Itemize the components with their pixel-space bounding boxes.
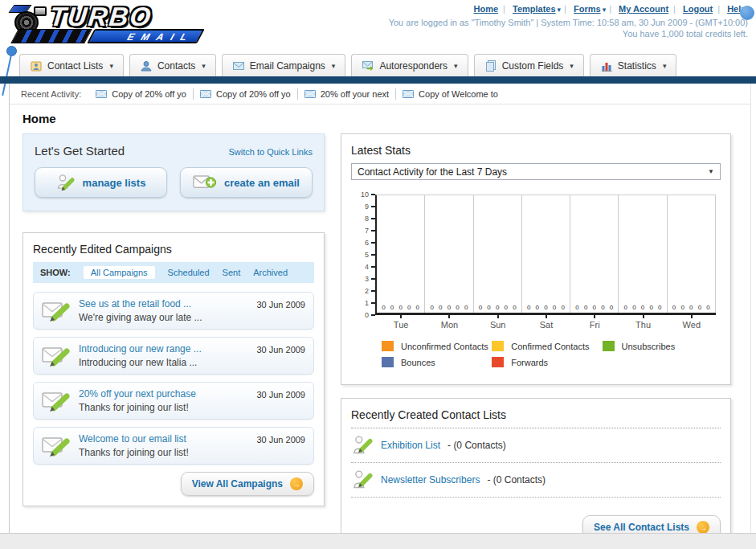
recent-activity-item[interactable]: Copy of Welcome to [403, 89, 498, 99]
campaign-row[interactable]: Welcome to our email list Thanks for joi… [33, 427, 314, 465]
chevron-down-icon: ▾ [570, 62, 574, 70]
filter-all-campaigns[interactable]: All Campaigns [84, 266, 155, 279]
tab-label: Custom Fields [502, 60, 564, 72]
recent-activity-text: Copy of Welcome to [419, 89, 498, 99]
x-tick-mark [448, 315, 450, 318]
chart-value: 0 [641, 304, 644, 311]
x-tick-label: Mon [425, 315, 473, 330]
manage-lists-label: manage lists [83, 177, 146, 189]
campaign-title-link[interactable]: Introducing our new range ... [79, 343, 248, 355]
chart-value: 0 [689, 304, 693, 311]
nav-separator: | [503, 4, 505, 14]
chart-group: 00000 [668, 195, 716, 313]
tab-label: Statistics [618, 60, 656, 72]
x-tick-label: Sat [522, 315, 570, 330]
contact-list-row[interactable]: Newsletter Subscribers - (0 Contacts) [351, 463, 721, 498]
chart-value-labels: 00000 [377, 304, 424, 311]
recent-activity-item[interactable]: 20% off your next [304, 89, 389, 99]
campaign-date: 30 Jun 2009 [256, 343, 305, 354]
chart-value-labels: 00000 [619, 304, 666, 311]
navy-divider-bar [0, 76, 756, 84]
logo-title: TURBO [48, 2, 153, 32]
campaign-row[interactable]: See us at the retail food ... We're givi… [33, 292, 314, 330]
chart-value: 0 [479, 304, 482, 311]
chart-value: 0 [496, 304, 499, 311]
create-email-button[interactable]: create an email [180, 167, 313, 198]
person-pencil-icon [353, 469, 374, 491]
campaign-row[interactable]: 20% off your next purchase Thanks for jo… [33, 382, 314, 420]
nav-home-link[interactable]: Home [474, 4, 499, 14]
recently-edited-campaigns-panel: Recently Edited Campaigns SHOW: All Camp… [22, 232, 325, 506]
campaign-title-link[interactable]: See us at the retail food ... [79, 298, 248, 310]
y-tick-label: 6 [365, 239, 369, 247]
y-tick-label: 3 [365, 275, 369, 283]
chevron-down-icon: ▾ [558, 6, 562, 14]
chart-value: 0 [575, 304, 578, 311]
tab-contacts[interactable]: Contacts▾ [129, 54, 216, 76]
divider [193, 88, 194, 100]
switch-quick-links-link[interactable]: Switch to Quick Links [228, 147, 313, 157]
filter-archived[interactable]: Archived [253, 268, 288, 277]
arrow-right-icon: → [697, 521, 709, 533]
view-all-campaigns-button[interactable]: View All Campaigns → [181, 472, 314, 496]
nav-logout-link[interactable]: Logout [683, 4, 713, 14]
chart-value: 0 [487, 304, 490, 311]
see-all-contact-lists-button[interactable]: See All Contact Lists → [582, 515, 721, 533]
contacts-icon [140, 59, 153, 72]
see-all-contact-lists-label: See All Contact Lists [594, 522, 689, 533]
login-info: You are logged in as "Timothy Smith" | S… [389, 17, 748, 39]
nav-templates-link[interactable]: Templates [513, 4, 556, 14]
campaign-text: 20% off your next purchase Thanks for jo… [79, 388, 248, 414]
nav-forms-link[interactable]: Forms [574, 4, 601, 14]
tab-custom-fields[interactable]: Custom Fields▾ [474, 54, 584, 76]
contact-list-count: - (0 Contacts) [447, 440, 506, 451]
contact-list-link[interactable]: Exhibition List [381, 440, 440, 451]
envelope-pencil-icon [42, 435, 71, 457]
legend-item: Bounces [382, 357, 492, 367]
manage-lists-button[interactable]: manage lists [35, 167, 167, 198]
nav-my-account-link[interactable]: My Account [619, 4, 668, 14]
chart-value: 0 [698, 304, 701, 311]
x-category-label: Sun [490, 320, 506, 330]
x-category-label: Tue [394, 320, 409, 330]
x-tick-label: Fri [570, 315, 619, 330]
chart-legend: Unconfirmed ContactsConfirmed ContactsUn… [382, 341, 716, 373]
campaign-date: 30 Jun 2009 [256, 298, 305, 309]
campaign-row[interactable]: Introducing our new range ... Introducin… [33, 337, 314, 375]
get-started-panel: Let's Get Started Switch to Quick Links … [22, 133, 325, 211]
y-tick-label: 0 [365, 311, 369, 319]
legend-item: Forwards [492, 357, 602, 367]
custom-fields-icon [484, 59, 497, 72]
stats-period-dropdown[interactable]: Contact Activity for the Last 7 Days ▼ [351, 163, 721, 180]
two-column-layout: Let's Get Started Switch to Quick Links … [10, 133, 750, 533]
x-tick-label: Sun [474, 315, 522, 330]
tab-contact-lists[interactable]: Contact Lists▾ [19, 54, 124, 76]
chart-value: 0 [610, 304, 613, 311]
filter-sent[interactable]: Sent [223, 268, 241, 277]
campaign-title-link[interactable]: Welcome to our email list [79, 433, 248, 445]
tab-autoresponders[interactable]: Autoresponders▾ [351, 54, 468, 76]
stats-period-value: Contact Activity for the Last 7 Days [358, 166, 507, 178]
legend-label: Forwards [511, 358, 548, 367]
y-tick-label: 8 [365, 215, 369, 223]
tab-statistics[interactable]: Statistics▾ [590, 54, 677, 76]
tab-email-campaigns[interactable]: Email Campaigns▾ [222, 54, 346, 76]
contact-list-row[interactable]: Exhibition List - (0 Contacts) [351, 428, 721, 463]
campaign-title-link[interactable]: 20% off your next purchase [79, 388, 248, 400]
contact-list-link[interactable]: Newsletter Subscribers [381, 474, 480, 485]
filter-scheduled[interactable]: Scheduled [168, 268, 210, 277]
turbo-pipe-decoration [34, 6, 47, 16]
app-logo[interactable]: TURBO EMAIL [13, 3, 210, 45]
recent-activity-item[interactable]: Copy of 20% off yo [200, 89, 291, 99]
legend-swatch [492, 357, 504, 367]
recent-activity-bar: Recent Activity: Copy of 20% off yo Copy… [10, 84, 750, 104]
logo-subtitle: EMAIL [87, 29, 205, 43]
legend-swatch [382, 341, 394, 351]
chart-value: 0 [561, 304, 564, 311]
recent-activity-item[interactable]: Copy of 20% off yo [96, 89, 186, 99]
campaigns-panel-title: Recently Edited Campaigns [33, 243, 314, 256]
person-pencil-icon [353, 434, 374, 457]
x-tick-mark [691, 315, 693, 318]
y-tick-label: 7 [365, 227, 369, 235]
x-tick-mark [643, 315, 644, 318]
